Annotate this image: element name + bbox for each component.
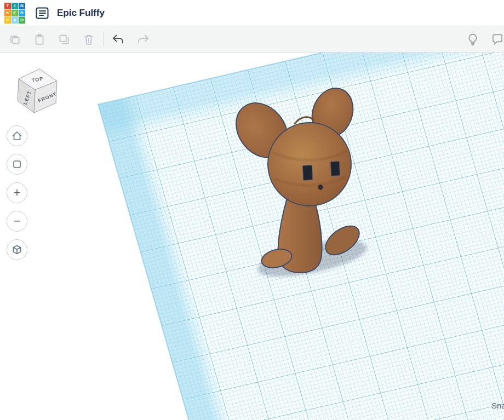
viewport[interactable]: TOP FRONT LEFT + − (0, 53, 504, 420)
snap-grid-label[interactable]: Sna (491, 401, 504, 410)
trash-icon (82, 32, 96, 47)
logo-tile: I (12, 3, 18, 9)
bunny-eye-left (302, 165, 312, 181)
perspective-cube-icon (10, 243, 24, 256)
design-menu-button[interactable] (33, 4, 51, 22)
copy-button[interactable] (2, 28, 27, 50)
home-view-button[interactable] (7, 125, 27, 146)
home-icon (10, 129, 24, 142)
logo-tile: C (4, 17, 11, 24)
view-controls: + − (7, 125, 27, 260)
paste-icon (32, 32, 47, 47)
top-bar: T I N K E R C A D Epic Fulffy (0, 0, 504, 26)
toolbar (0, 26, 504, 53)
model-bunny[interactable] (230, 85, 373, 326)
zoom-in-button[interactable]: + (7, 182, 27, 203)
logo-tile: N (19, 3, 25, 9)
list-icon (35, 5, 50, 21)
logo-tile: E (12, 10, 18, 16)
delete-button[interactable] (76, 28, 101, 50)
minus-icon: − (14, 215, 21, 227)
undo-icon (111, 32, 126, 47)
tinkercad-logo[interactable]: T I N K E R C A D (4, 3, 25, 24)
logo-tile: R (19, 10, 25, 16)
design-title[interactable]: Epic Fulffy (57, 8, 105, 19)
copy-icon (8, 32, 22, 47)
paste-button[interactable] (27, 28, 51, 50)
logo-tile: A (12, 17, 18, 24)
bunny-nose (318, 185, 323, 190)
feedback-button[interactable] (485, 28, 504, 50)
plus-icon: + (14, 187, 21, 199)
view-cube[interactable]: TOP FRONT LEFT (11, 62, 64, 117)
chat-bubble-icon (490, 32, 504, 47)
logo-tile: K (4, 10, 11, 16)
bunny-eye-right (330, 162, 340, 176)
duplicate-button[interactable] (51, 28, 76, 50)
fit-view-icon (10, 158, 24, 171)
perspective-toggle-button[interactable] (7, 239, 27, 260)
toolbar-divider (103, 32, 104, 47)
logo-tile: D (19, 17, 25, 24)
duplicate-icon (57, 32, 71, 47)
logo-tile: T (4, 3, 11, 9)
lightbulb-icon (466, 32, 480, 47)
undo-button[interactable] (106, 28, 130, 50)
zoom-out-button[interactable]: − (7, 211, 27, 232)
fit-view-button[interactable] (7, 154, 27, 175)
redo-icon (135, 32, 151, 47)
redo-button[interactable] (130, 28, 155, 50)
tips-button[interactable] (460, 28, 485, 50)
